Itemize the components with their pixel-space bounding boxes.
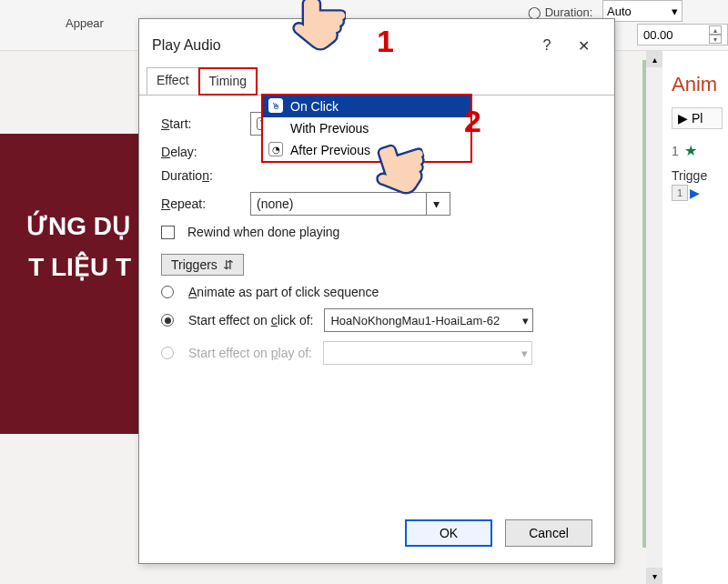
radio-play-of (161, 347, 174, 359)
play-audio-dialog: Play Audio ? ✕ Effect Timing Start: 🖱On … (138, 18, 615, 564)
chevron-down-icon: ▾ (521, 347, 528, 360)
play-button[interactable]: ▶ Pl (672, 107, 723, 129)
annotation-1: 1 (377, 24, 394, 59)
tab-effect[interactable]: Effect (147, 67, 198, 96)
scroll-up-button[interactable]: ▴ (646, 51, 662, 67)
ribbon-delay-spinner[interactable]: 00.00 ▴▾ (637, 24, 728, 45)
start-option-with-previous[interactable]: With Previous (263, 117, 470, 139)
anim-item-index: 1 (672, 144, 679, 158)
start-label: Start: (161, 116, 243, 131)
rewind-label: Rewind when done playing (187, 225, 339, 239)
animate-sequence-label: Animate as part of click sequence (188, 285, 379, 299)
animation-pane-title: Anim (672, 73, 723, 96)
updown-icon: ⇵ (223, 257, 234, 272)
animation-pane: Anim ▶ Pl 1 ★ Trigge 1 ▶ (662, 51, 728, 584)
chevron-down-icon[interactable]: ▾ (522, 314, 529, 327)
annotation-2: 2 (464, 104, 481, 139)
rewind-checkbox[interactable] (161, 226, 175, 239)
slide-preview: ỨNG DỤ T LIỆU T (0, 134, 138, 434)
play-icon: ▶ (690, 186, 700, 200)
ribbon-duration-label: ◯ Duration: (528, 5, 592, 19)
scroll-down-button[interactable]: ▾ (646, 568, 662, 584)
click-of-combobox[interactable]: HoaNoKhongMau1-HoaiLam-62 ▾ (324, 308, 533, 332)
dialog-footer: OK Cancel (405, 519, 592, 547)
slide-text-2: T LIỆU T (0, 247, 131, 288)
help-button[interactable]: ? (529, 31, 565, 60)
trigger-item[interactable]: 1 ▶ (672, 185, 723, 201)
cancel-button[interactable]: Cancel (505, 519, 592, 547)
trigger-item-index: 1 (672, 185, 688, 201)
radio-animate-sequence[interactable] (161, 286, 174, 298)
slide-text-1: ỨNG DỤ (0, 206, 131, 247)
vertical-scrollbar[interactable]: ▴ ▾ (646, 51, 662, 584)
close-button[interactable]: ✕ (565, 31, 602, 60)
repeat-label: Repeat: (161, 196, 243, 211)
tab-timing[interactable]: Timing (198, 67, 258, 96)
triggers-button[interactable]: Triggers⇵ (161, 254, 244, 276)
duration-label: Duration: (161, 168, 243, 183)
click-of-label: Start effect on click of: (188, 313, 313, 327)
play-of-label: Start effect on play of: (188, 346, 312, 360)
mouse-icon: 🖱 (268, 98, 283, 113)
delay-label: Delay: (161, 145, 243, 159)
dialog-tabs: Effect Timing (139, 61, 614, 96)
ribbon-appear-label: Appear (66, 16, 104, 30)
pointer-hand-1 (273, 0, 346, 71)
radio-click-of[interactable] (161, 314, 174, 327)
play-of-combobox: ▾ (323, 341, 532, 365)
ok-button[interactable]: OK (405, 519, 492, 547)
trigger-label: Trigge (672, 168, 723, 183)
star-icon: ★ (684, 142, 697, 159)
start-option-on-click[interactable]: 🖱 On Click (263, 96, 470, 117)
clock-icon: ◔ (268, 142, 283, 156)
